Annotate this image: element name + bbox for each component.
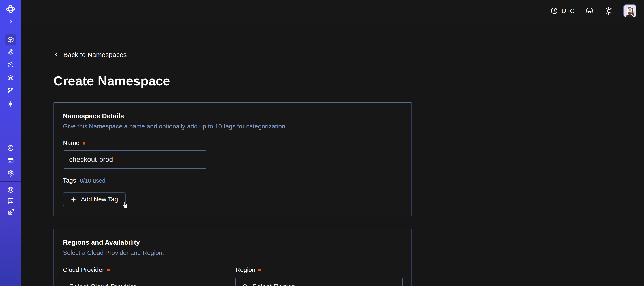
tags-label: Tags [63,177,76,184]
back-to-namespaces-link[interactable]: Back to Namespaces [54,51,126,58]
sidebar-divider [0,181,21,182]
glasses-icon [585,6,594,15]
page-title: Create Namespace [54,74,412,88]
back-link-label: Back to Namespaces [63,51,126,58]
sidebar-item-monitoring[interactable] [0,46,21,57]
workflow-branch-icon [7,87,14,94]
chevron-down-icon [390,284,396,286]
tags-counter: 0/10 used [80,177,105,184]
sidebar-item-schedules[interactable] [0,59,21,70]
docs-book-icon [7,198,14,205]
sidebar-item-settings[interactable] [0,167,21,179]
sidebar-expand-toggle[interactable] [0,16,21,27]
timezone-selector[interactable]: UTC [550,7,575,15]
create-namespace-page: Back to Namespaces Create Namespace Name… [54,0,412,286]
name-field-label-row: Name [63,139,402,147]
card-subtitle: Select a Cloud Provider and Region. [63,249,402,257]
cloud-provider-label-row: Cloud Provider [63,266,232,274]
region-placeholder: Select Region [252,283,296,286]
sidebar-item-nexus[interactable] [0,98,21,110]
sun-icon [604,6,613,15]
temporal-logo[interactable] [0,3,21,15]
cloud-provider-placeholder: Select Cloud Provider [69,283,136,286]
user-avatar[interactable] [624,4,636,17]
monitoring-spiral-icon [7,48,14,55]
plus-icon [70,196,76,202]
sidebar-item-workflows[interactable] [0,85,21,96]
layers-icon [7,74,14,81]
sidebar-item-deployments[interactable] [0,72,21,84]
namespace-name-input[interactable] [63,150,207,169]
app-sidebar [0,0,21,286]
cloud-provider-select[interactable]: Select Cloud Provider [63,278,232,286]
schedules-timer-icon [7,61,14,68]
settings-gear-icon [7,170,14,177]
sidebar-item-support[interactable] [0,184,21,196]
sidebar-item-getting-started[interactable] [0,207,21,218]
card-title: Regions and Availability [63,238,402,247]
add-new-tag-button[interactable]: Add New Tag [63,192,126,206]
support-lifebuoy-icon [7,186,14,193]
card-subtitle: Give this Namespace a name and optionall… [63,122,402,130]
region-label: Region [236,266,255,274]
chevron-left-icon [54,52,59,58]
timezone-label: UTC [562,7,575,14]
avatar-image [624,5,636,17]
provider-region-grid: Cloud Provider Select Cloud Provider Reg… [63,266,402,286]
required-dot [107,269,110,272]
getting-started-rocket-icon [7,209,14,216]
theme-toggle[interactable] [604,6,613,15]
required-dot [258,269,261,272]
sidebar-item-namespaces[interactable] [5,34,16,45]
cloud-provider-field: Cloud Provider Select Cloud Provider [63,266,232,286]
cloud-provider-label: Cloud Provider [63,266,104,274]
temporal-logo-icon [6,4,16,14]
regions-availability-card: Regions and Availability Select a Cloud … [54,229,412,286]
clock-icon [550,7,558,15]
nexus-asterisk-icon [7,101,14,107]
sidebar-item-docs[interactable] [0,195,21,207]
search-icon [242,284,248,286]
sidebar-item-usage[interactable] [0,142,21,154]
chevron-down-icon [219,284,226,286]
billing-card-icon [7,157,14,164]
namespace-details-card: Namespace Details Give this Namespace a … [54,102,412,216]
card-title: Namespace Details [63,112,402,120]
add-new-tag-label: Add New Tag [81,196,118,203]
name-field-label: Name [63,139,80,147]
namespaces-cube-icon [7,36,14,43]
region-select[interactable]: Select Region [236,278,402,286]
region-label-row: Region [236,266,402,274]
accessibility-toggle[interactable] [585,6,594,15]
chevron-right-icon [8,18,14,24]
sidebar-divider [0,141,21,141]
tags-label-row: Tags 0/10 used [63,177,402,184]
usage-gauge-icon [7,145,14,151]
topbar: UTC [21,0,644,22]
region-field: Region Select Region [236,266,402,286]
sidebar-item-billing[interactable] [0,154,21,166]
required-dot [82,142,86,145]
